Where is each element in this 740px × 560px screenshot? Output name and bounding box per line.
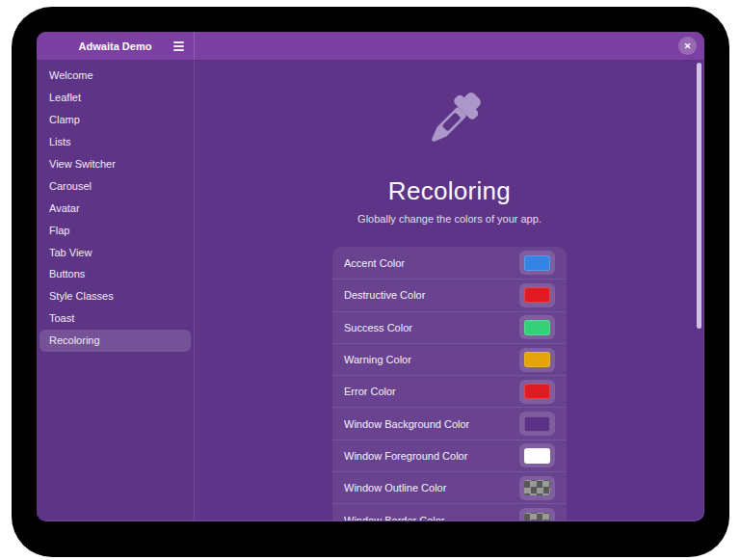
adwaita-demo-window: Adwaita Demo ✕ Welcome Leaflet Clamp Lis…: [37, 32, 704, 521]
window-border-color-swatch: [524, 513, 550, 520]
success-color-swatch: [524, 320, 550, 335]
error-color-button[interactable]: [519, 380, 555, 404]
row-label: Window Border Color: [344, 515, 519, 520]
accent-color-button[interactable]: [519, 251, 555, 275]
color-settings-list: Accent Color Destructive Color Success C…: [332, 247, 567, 520]
hamburger-icon: [173, 41, 184, 51]
row-destructive-color[interactable]: Destructive Color: [332, 279, 567, 310]
warning-color-button[interactable]: [519, 348, 555, 372]
success-color-button[interactable]: [519, 315, 555, 339]
screenshot-stage: Adwaita Demo ✕ Welcome Leaflet Clamp Lis…: [0, 0, 740, 560]
sidebar-item-buttons[interactable]: Buttons: [40, 263, 191, 285]
main-content: Recoloring Globally change the colors of…: [195, 61, 704, 520]
destructive-color-button[interactable]: [519, 283, 555, 307]
error-color-swatch: [524, 384, 550, 399]
row-label: Accent Color: [344, 257, 519, 269]
close-icon: ✕: [684, 41, 692, 51]
sidebar-item-avatar[interactable]: Avatar: [40, 197, 191, 219]
row-success-color[interactable]: Success Color: [332, 311, 567, 343]
row-window-border-color[interactable]: Window Border Color: [332, 503, 567, 520]
sidebar-item-style-classes[interactable]: Style Classes: [40, 285, 191, 307]
page-title: Recoloring: [388, 176, 511, 206]
row-window-background-color[interactable]: Window Background Color: [332, 407, 567, 439]
window-background-color-button[interactable]: [519, 412, 555, 436]
window-body: Welcome Leaflet Clamp Lists View Switche…: [37, 61, 704, 520]
window-foreground-color-swatch: [524, 448, 550, 464]
sidebar-item-carousel[interactable]: Carousel: [40, 174, 191, 197]
row-label: Window Foreground Color: [344, 450, 519, 462]
sidebar-item-flap[interactable]: Flap: [40, 219, 191, 241]
window-outline-color-button[interactable]: [519, 476, 555, 500]
sidebar-item-welcome[interactable]: Welcome: [40, 65, 191, 87]
row-warning-color[interactable]: Warning Color: [332, 343, 567, 375]
row-label: Warning Color: [344, 354, 519, 365]
row-error-color[interactable]: Error Color: [332, 375, 567, 407]
row-label: Destructive Color: [344, 289, 519, 301]
scrollbar-thumb[interactable]: [697, 63, 701, 329]
row-window-outline-color[interactable]: Window Outline Color: [332, 471, 567, 503]
row-window-foreground-color[interactable]: Window Foreground Color: [332, 440, 567, 471]
sidebar-item-toast[interactable]: Toast: [40, 307, 191, 330]
sidebar-item-clamp[interactable]: Clamp: [40, 109, 191, 131]
row-accent-color[interactable]: Accent Color: [332, 247, 567, 279]
titlebar: Adwaita Demo ✕: [37, 32, 704, 61]
close-button[interactable]: ✕: [678, 37, 697, 55]
sidebar-item-view-switcher[interactable]: View Switcher: [40, 153, 191, 175]
sidebar-item-lists[interactable]: Lists: [40, 131, 191, 153]
sidebar-item-recoloring[interactable]: Recoloring: [40, 330, 191, 352]
status-page: Recoloring Globally change the colors of…: [195, 61, 704, 520]
warning-color-swatch: [524, 352, 550, 367]
sidebar-titlebar[interactable]: Adwaita Demo: [37, 32, 195, 60]
sidebar: Welcome Leaflet Clamp Lists View Switche…: [37, 61, 195, 520]
eyedropper-icon: [409, 82, 491, 165]
sidebar-item-leaflet[interactable]: Leaflet: [40, 87, 191, 109]
row-label: Window Outline Color: [344, 482, 519, 493]
destructive-color-swatch: [524, 287, 550, 303]
accent-color-swatch: [524, 255, 550, 271]
row-label: Error Color: [344, 386, 519, 397]
window-outline-color-swatch: [524, 480, 550, 495]
window-background-color-swatch: [524, 416, 550, 432]
window-foreground-color-button[interactable]: [519, 443, 555, 467]
page-subtitle: Globally change the colors of your app.: [357, 213, 542, 225]
row-label: Window Background Color: [344, 418, 519, 430]
primary-menu-button[interactable]: [168, 36, 189, 57]
window-title: Adwaita Demo: [79, 40, 152, 52]
window-border-color-button[interactable]: [519, 508, 555, 520]
content-titlebar[interactable]: ✕: [195, 32, 704, 60]
row-label: Success Color: [344, 322, 519, 333]
sidebar-item-tab-view[interactable]: Tab View: [40, 241, 191, 263]
